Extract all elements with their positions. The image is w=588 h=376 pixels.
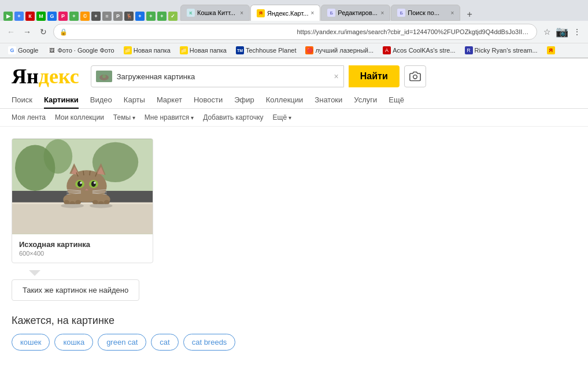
ext-icon-c[interactable]: + [69,12,79,21]
ext-icon-c9[interactable]: ✓ [168,12,177,21]
ext-icon-c7[interactable]: + [146,12,156,21]
bookmark-star-button[interactable]: ☆ [541,25,553,38]
extensions-button[interactable]: 📷 [556,25,568,38]
no-results-box: Таких же картинок не найдено [12,279,139,301]
image-card-size: 600×400 [19,250,146,257]
tag-cat-label: cat [160,338,169,346]
bookmark-acos-label: Acos CoolKAs's stre... [393,47,455,54]
tab-editor-label: Редактиров... [338,9,378,16]
ext-icon-c3[interactable]: + [91,12,101,21]
tag-green-cat-label: green cat [106,338,138,346]
ext-icon-2[interactable]: + [14,12,24,21]
svg-point-19 [80,182,82,184]
subnav-temy[interactable]: Темы [113,113,135,121]
forward-button[interactable]: → [21,25,34,38]
tag-koshek[interactable]: кошек [12,334,50,351]
tab-yandex-close[interactable]: × [310,10,314,16]
tab-koshka[interactable]: К Кошка Китт... × [180,5,250,21]
camera-search-button[interactable] [404,65,426,87]
bookmark-folder1-label: Новая папка [134,47,171,54]
bookmark-photos[interactable]: 🖼 Фото · Google Фото [44,45,117,56]
subnav-moi-kollektsii[interactable]: Мои коллекции [55,113,104,121]
ext-icon-c6[interactable]: + [135,12,145,21]
search-button[interactable]: Найти [349,65,400,87]
tab-koshka-label: Кошка Китт... [197,9,238,16]
nav-novosti[interactable]: Новости [194,92,223,109]
ext-icon-c2[interactable]: © [80,12,90,21]
new-tab-button[interactable]: + [463,8,476,21]
card-arrow [29,270,40,276]
bookmark-ya[interactable]: Я [543,45,559,56]
lock-icon: 🔒 [60,28,294,36]
nav-karty[interactable]: Карты [124,92,145,109]
tab-yandex[interactable]: Я Яндекс.Карт... × [250,5,320,21]
nav-poisk[interactable]: Поиск [12,92,32,109]
tab-editor-close[interactable]: × [380,10,384,16]
bookmark-laser-label: лучший лазерный... [315,47,373,54]
tag-cat[interactable]: cat [151,334,178,351]
tab-search[interactable]: Б Поиск по... × [391,5,460,21]
tab-editor[interactable]: Б Редактиров... × [321,5,390,21]
bookmark-folder2-favicon: 📁 [180,46,188,54]
ext-icon-c4[interactable]: ≡ [102,12,112,21]
tab-editor-favicon: Б [327,9,335,17]
nav-market[interactable]: Маркет [157,92,182,109]
bookmark-acos-favicon: A [383,46,391,54]
search-box[interactable]: Загруженная картинка × [91,65,344,87]
tab-search-close[interactable]: × [450,10,454,16]
tag-green-cat[interactable]: green cat [98,334,146,351]
seems-like-title: Кажется, на картинке [12,315,576,327]
bookmark-folder2[interactable]: 📁 Новая папка [176,45,230,56]
svg-line-30 [90,171,90,175]
nav-efir[interactable]: Эфир [234,92,254,109]
ext-icon-c8[interactable]: + [157,12,167,21]
ext-icon-p[interactable]: P [58,12,68,21]
subnav-moya-lenta[interactable]: Моя лента [12,113,46,121]
subnav-eshche[interactable]: Ещё [273,113,291,121]
ext-icon-1[interactable]: ▶ [3,12,13,21]
subnav-mne-nravitsya[interactable]: Мне нравится [145,113,194,121]
tab-koshka-close[interactable]: × [240,10,243,16]
nav-kollektsii[interactable]: Коллекции [266,92,304,109]
nav-eshche[interactable]: Ещё [389,92,404,109]
nav-znatoki[interactable]: Знатоки [315,92,342,109]
bookmark-ricky[interactable]: R Ricky Ryan's stream... [461,45,541,56]
logo-deks: декс [39,65,79,88]
bookmark-photos-label: Фото · Google Фото [57,47,114,54]
subnav-dobavit-kartochku[interactable]: Добавить карточку [203,113,263,121]
bookmark-folder1[interactable]: 📁 Новая папка [120,45,174,56]
page-content: Яндекс Загруженная картинка × Найти [0,58,588,362]
bookmarks-bar: G Google 🖼 Фото · Google Фото 📁 Новая па… [0,43,588,58]
ext-icon-g[interactable]: G [47,12,57,21]
ext-icon-c5[interactable]: Р [113,12,123,21]
nav-video[interactable]: Видео [90,92,112,109]
back-button[interactable]: ← [5,25,17,38]
svg-point-41 [61,204,84,208]
image-card-info: Исходная картинка 600×400 [12,234,153,263]
bookmark-laser-favicon: 🔴 [305,46,313,54]
image-card-thumbnail [12,139,153,234]
search-clear-button[interactable]: × [334,72,339,81]
ext-icon-m[interactable]: M [36,12,46,21]
ext-icon-deer[interactable]: 🦌 [124,12,134,21]
bookmark-laser[interactable]: 🔴 лучший лазерный... [302,45,377,56]
nav-uslugi[interactable]: Услуги [354,92,377,109]
bookmark-acos[interactable]: A Acos CoolKAs's stre... [379,45,458,56]
bookmark-google[interactable]: G Google [5,45,42,56]
reload-button[interactable]: ↻ [37,25,50,38]
yandex-subnav: Моя лента Мои коллекции Темы Мне нравитс… [0,109,588,127]
ext-icon-krot[interactable]: К [25,12,35,21]
address-bar[interactable]: 🔒 https://yandex.ru/images/search?cbir_i… [53,24,537,40]
yandex-logo[interactable]: Яндекс [12,64,79,89]
nav-kartinki[interactable]: Картинки [44,92,79,109]
svg-point-3 [413,75,417,79]
menu-button[interactable]: ⋮ [571,25,583,38]
bookmark-techhouse-favicon: TM [236,46,244,54]
yandex-header: Яндекс Загруженная картинка × Найти [0,58,588,89]
bookmark-ricky-favicon: R [465,46,473,54]
bookmark-techhouse[interactable]: TM Techhouse Planet [232,45,299,56]
tab-yandex-label: Яндекс.Карт... [267,10,308,17]
tag-cat-breeds[interactable]: cat breeds [183,334,236,351]
tag-koshek-label: кошек [20,338,41,346]
tag-koshka[interactable]: кошка [54,334,93,351]
